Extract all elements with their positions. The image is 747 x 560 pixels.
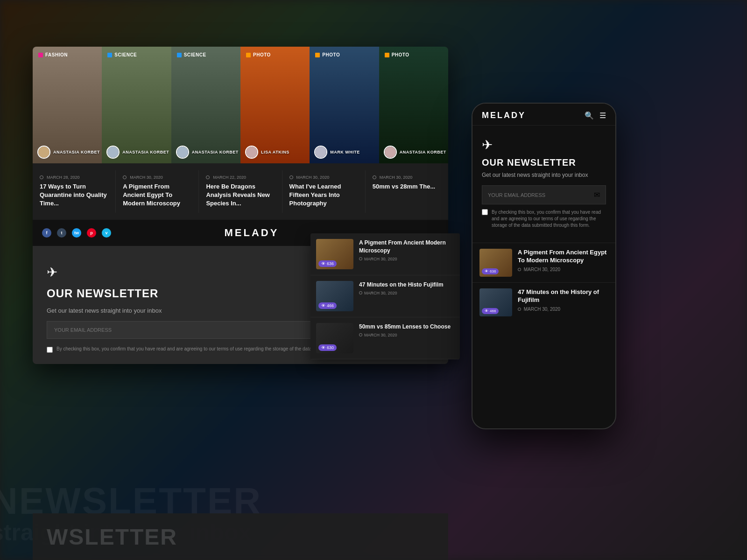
author-name-0: ANASTASIA KORBET bbox=[53, 150, 100, 154]
phone-view-badge-0: 👁 636 bbox=[482, 268, 499, 274]
view-badge-2: 👁 630 bbox=[318, 344, 337, 351]
article-date-2: MARCH 22, 2020 bbox=[206, 175, 275, 180]
clock-icon-0 bbox=[40, 175, 43, 179]
article-item-2[interactable]: MARCH 22, 2020 Here Be Dragons Analysis … bbox=[199, 170, 282, 213]
sidebar-article-title-0: A Pigment From Ancient Modern Microscopy bbox=[359, 239, 454, 255]
footer-logo: MELADY bbox=[225, 227, 279, 239]
sidebar-article-info-0: A Pigment From Ancient Modern Microscopy… bbox=[359, 239, 454, 261]
phone-view-badge-1: 👁 466 bbox=[482, 308, 499, 314]
social-icon-vimeo[interactable]: v bbox=[102, 228, 111, 238]
sidebar-article-title-2: 50mm vs 85mm Lenses to Choose bbox=[359, 323, 454, 331]
phone-newsletter-section: ✈ OUR NEWSLETTER Get our latest news str… bbox=[472, 126, 615, 243]
sidebar-article-date-2: MARCH 30, 2020 bbox=[359, 333, 454, 337]
badge-text-2: SCIENCE bbox=[184, 52, 206, 57]
sidebar-article-0[interactable]: 👁 636 A Pigment From Ancient Modern Micr… bbox=[310, 233, 460, 275]
badge-dot-1 bbox=[107, 53, 112, 57]
author-avatar-2 bbox=[176, 146, 189, 159]
card-badge-5: PHOTO bbox=[385, 52, 409, 57]
phone-search-icon[interactable]: 🔍 bbox=[585, 111, 594, 120]
view-count-1: 466 bbox=[327, 303, 334, 308]
phone-eye-1: 👁 bbox=[485, 309, 488, 313]
phone-eye-0: 👁 bbox=[485, 269, 488, 273]
author-name-4: MARK WHITE bbox=[330, 150, 360, 154]
author-name-5: ANASTASIA KORBET bbox=[400, 150, 446, 154]
card-author-5: ANASTASIA KORBET bbox=[384, 146, 446, 159]
article-item-0[interactable]: MARCH 28, 2020 17 Ways to Turn Quarantin… bbox=[33, 170, 116, 213]
article-item-3[interactable]: MARCH 30, 2020 What I've Learned Fifteen… bbox=[282, 170, 366, 213]
card-badge-4: PHOTO bbox=[315, 52, 340, 57]
phone-article-1[interactable]: 👁 466 47 Minutes on the History of Fujif… bbox=[472, 282, 615, 322]
terms-checkbox[interactable] bbox=[47, 347, 53, 353]
phone-thumb-0: 👁 636 bbox=[479, 249, 512, 277]
phone-views-0: 636 bbox=[490, 269, 496, 273]
card-author-1: ANASTASIA KORBET bbox=[106, 146, 169, 159]
phone-article-info-0: A Pigment From Ancient Egypt To Modern M… bbox=[518, 249, 608, 272]
author-avatar-5 bbox=[384, 146, 397, 159]
view-count-2: 630 bbox=[327, 345, 334, 350]
phone-article-date-1: MARCH 30, 2020 bbox=[518, 307, 608, 312]
sidebar-article-date-1: MARCH 30, 2020 bbox=[359, 291, 454, 295]
article-title-1: A Pigment From Ancient Egypt To Modern M… bbox=[123, 182, 191, 208]
phone-email-send-icon: ✉ bbox=[594, 190, 600, 199]
clock-icon-3 bbox=[289, 175, 293, 179]
badge-dot-2 bbox=[177, 53, 182, 57]
phone-article-0[interactable]: 👁 636 A Pigment From Ancient Egypt To Mo… bbox=[472, 243, 615, 282]
mobile-phone: MELADY 🔍 ☰ ✈ OUR NEWSLETTER Get our late… bbox=[472, 103, 616, 429]
phone-menu-icon[interactable]: ☰ bbox=[599, 111, 606, 120]
sidebar-article-1[interactable]: 👁 466 47 Minutes on the Histo Fujifilm M… bbox=[310, 275, 460, 317]
author-avatar-1 bbox=[106, 146, 120, 159]
article-title-3: What I've Learned Fifteen Years Into Pho… bbox=[289, 182, 358, 208]
card-author-4: MARK WHITE bbox=[314, 146, 360, 159]
card-badge-0: FASHION bbox=[38, 52, 68, 57]
badge-dot-5 bbox=[385, 53, 389, 57]
phone-terms-text: By checking this box, you confirm that y… bbox=[492, 209, 606, 229]
bottom-newsletter-text: WSLETTER bbox=[47, 524, 177, 550]
badge-dot-4 bbox=[315, 53, 320, 57]
articles-strip: MARCH 28, 2020 17 Ways to Turn Quarantin… bbox=[33, 163, 448, 220]
phone-views-1: 466 bbox=[490, 309, 496, 313]
bottom-browser-hint: WSLETTER bbox=[33, 513, 448, 560]
phone-email-input-wrap[interactable]: ✉ bbox=[482, 185, 606, 204]
social-icon-twitter[interactable]: tw bbox=[72, 228, 81, 238]
phone-articles-list: 👁 636 A Pigment From Ancient Egypt To Mo… bbox=[472, 243, 615, 322]
clock-icon-2 bbox=[206, 175, 210, 179]
phone-article-info-1: 47 Minutes on the History of Fujifilm MA… bbox=[518, 288, 608, 312]
hero-card-0[interactable]: FASHION ANASTASIA KORBET bbox=[33, 47, 102, 163]
phone-checkbox-row: By checking this box, you confirm that y… bbox=[482, 209, 606, 229]
badge-text-4: PHOTO bbox=[322, 52, 340, 57]
phone-send-icon: ✈ bbox=[482, 137, 606, 153]
eye-icon-1: 👁 bbox=[321, 303, 325, 308]
clock-sidebar-2 bbox=[359, 333, 362, 336]
card-badge-3: PHOTO bbox=[246, 52, 271, 57]
social-icon-facebook[interactable]: f bbox=[42, 228, 51, 238]
phone-terms-checkbox[interactable] bbox=[482, 209, 488, 215]
social-icons: fttwpv bbox=[42, 228, 111, 238]
phone-email-input[interactable] bbox=[488, 192, 594, 198]
phone-clock-1 bbox=[518, 308, 521, 311]
article-date-3: MARCH 30, 2020 bbox=[289, 175, 358, 180]
phone-header: MELADY 🔍 ☰ bbox=[472, 104, 615, 126]
hero-card-1[interactable]: SCIENCE ANASTASIA KORBET bbox=[102, 47, 171, 163]
hero-card-5[interactable]: PHOTO ANASTASIA KORBET bbox=[379, 47, 448, 163]
hero-card-4[interactable]: PHOTO MARK WHITE bbox=[310, 47, 379, 163]
article-item-1[interactable]: MARCH 30, 2020 A Pigment From Ancient Eg… bbox=[116, 170, 199, 213]
card-badge-1: SCIENCE bbox=[107, 52, 137, 57]
card-author-3: LISA ATKINS bbox=[245, 146, 289, 159]
phone-article-title-0: A Pigment From Ancient Egypt To Modern M… bbox=[518, 249, 608, 265]
phone-header-icons: 🔍 ☰ bbox=[585, 111, 606, 120]
sidebar-thumb-1: 👁 466 bbox=[316, 281, 353, 311]
sidebar-article-info-2: 50mm vs 85mm Lenses to Choose MARCH 30, … bbox=[359, 323, 454, 337]
phone-article-date-0: MARCH 30, 2020 bbox=[518, 267, 608, 272]
article-item-4[interactable]: MARCH 30, 2020 50mm vs 28mm The... bbox=[366, 170, 448, 213]
phone-clock-0 bbox=[518, 268, 521, 271]
sidebar-thumb-0: 👁 636 bbox=[316, 239, 353, 269]
social-icon-tumblr[interactable]: t bbox=[57, 228, 66, 238]
hero-card-3[interactable]: PHOTO LISA ATKINS bbox=[240, 47, 310, 163]
author-avatar-4 bbox=[314, 146, 327, 159]
badge-dot-3 bbox=[246, 53, 251, 57]
sidebar-article-2[interactable]: 👁 630 50mm vs 85mm Lenses to Choose MARC… bbox=[310, 317, 460, 359]
social-icon-pinterest[interactable]: p bbox=[87, 228, 96, 238]
article-date-0: MARCH 28, 2020 bbox=[40, 175, 108, 180]
eye-icon-0: 👁 bbox=[321, 261, 325, 266]
hero-card-2[interactable]: SCIENCE ANASTASIA KORBET bbox=[171, 47, 240, 163]
